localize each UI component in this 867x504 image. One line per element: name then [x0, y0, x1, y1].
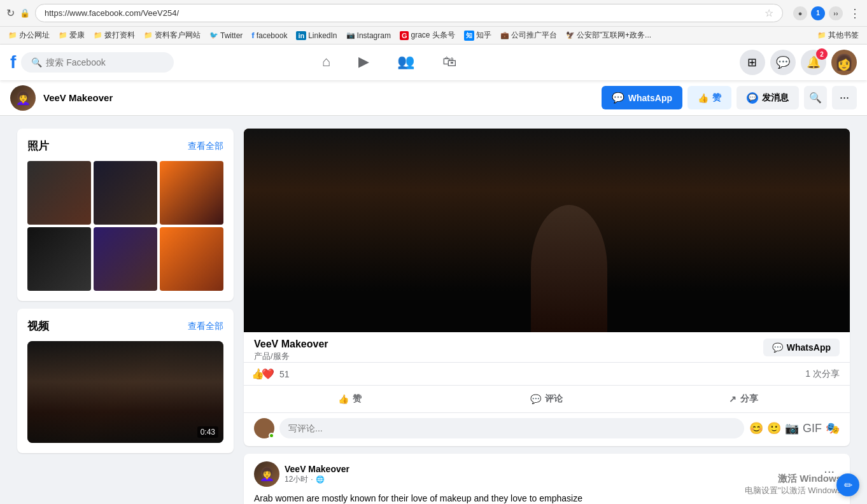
- folder-icon: 📁: [8, 31, 17, 39]
- comment-section: 😊 🙂 📷 GIF 🎭: [244, 412, 850, 446]
- videos-view-all-link[interactable]: 查看全部: [188, 321, 223, 332]
- folder-icon: 📁: [94, 31, 102, 39]
- user-avatar[interactable]: 👩: [831, 50, 857, 75]
- photo-thumb-3[interactable]: [160, 161, 223, 225]
- post-author-name[interactable]: VeeV Makeover: [285, 464, 349, 474]
- bookmark-linkedin[interactable]: in LinkedIn: [293, 30, 340, 41]
- zhihu-icon: 知: [464, 31, 474, 41]
- linkedin-icon: in: [296, 31, 306, 40]
- photo-thumb-1[interactable]: [27, 161, 91, 225]
- apps-button[interactable]: ⊞: [740, 50, 765, 75]
- search-input[interactable]: [46, 57, 164, 67]
- bookmark-grace[interactable]: G grace 头条号: [397, 29, 458, 42]
- bookmark-twitter[interactable]: 🐦 Twitter: [206, 30, 246, 41]
- main-layout: 照片 查看全部 视频 查看全部: [7, 116, 860, 504]
- page-avatar-img: 👩‍🦱: [15, 90, 31, 106]
- photo-thumb-5[interactable]: [94, 227, 157, 291]
- comment-action-button[interactable]: 💬 评论: [448, 388, 645, 410]
- search-bar[interactable]: 🔍: [21, 52, 174, 73]
- bookmark-police[interactable]: 🦅 公安部"互联网+政务...: [563, 29, 654, 42]
- browser-chrome: ↻ 🔒 https://www.facebook.com/VeeV254/ ☆ …: [0, 0, 867, 45]
- bookmark-zhihu[interactable]: 知 知乎: [461, 29, 495, 42]
- ext-icon-1[interactable]: ●: [793, 6, 807, 20]
- url-bar[interactable]: https://www.facebook.com/VeeV254/ ☆: [35, 4, 783, 22]
- search-page-button[interactable]: 🔍: [804, 86, 827, 109]
- nav-video[interactable]: ▶: [346, 45, 382, 80]
- gif-icon[interactable]: GIF: [803, 422, 822, 435]
- nav-home[interactable]: ⌂: [309, 45, 343, 80]
- post-author: 👩‍🦱 VeeV Makeover 12小时 · 🌐: [254, 461, 349, 487]
- reactions-left: 👍 ❤️ 51: [254, 368, 290, 380]
- video-icon: ▶: [358, 53, 369, 70]
- smiley-icon[interactable]: 🙂: [767, 421, 781, 435]
- page-name-label: VeeV Makeover: [43, 92, 113, 103]
- bookmark-love[interactable]: 📁 爱康: [55, 29, 88, 42]
- post-whatsapp-button[interactable]: 💬 WhatsApp: [763, 339, 840, 356]
- messenger-button[interactable]: 💬: [770, 50, 796, 75]
- whatsapp-icon: 💬: [612, 92, 624, 104]
- bookmark-other[interactable]: 📁 其他书签: [814, 29, 862, 42]
- facebook-logo: f: [10, 52, 16, 73]
- shares-count[interactable]: 1 次分享: [805, 368, 840, 380]
- post-text-line1: Arab women are mostly known for their lo…: [254, 493, 582, 503]
- emoji-icon[interactable]: 😊: [749, 421, 763, 435]
- video-overlay: [27, 341, 223, 443]
- bookmark-instagram[interactable]: 📷 Instagram: [343, 30, 394, 41]
- search-icon: 🔍: [809, 92, 822, 103]
- whatsapp-icon: 💬: [772, 342, 783, 353]
- bookmark-label: 拨打资料: [104, 30, 135, 41]
- ext-icon-3[interactable]: ››: [829, 6, 843, 20]
- browser-menu-icon[interactable]: ⋮: [849, 6, 861, 20]
- photo-thumb-6[interactable]: [160, 227, 223, 291]
- windows-subtitle: 电脑设置"以激活 Windows: [745, 485, 842, 496]
- sticker-icon[interactable]: 🎭: [826, 421, 840, 435]
- whatsapp-label: WhatsApp: [628, 93, 672, 103]
- share-action-button[interactable]: ↗ 分享: [645, 388, 842, 410]
- more-options-button[interactable]: ···: [832, 86, 857, 109]
- bookmark-officework[interactable]: 📁 办公网址: [5, 29, 53, 42]
- reactions-count[interactable]: 51: [279, 369, 290, 379]
- nav-marketplace[interactable]: 🛍: [430, 45, 469, 80]
- bookmark-clients[interactable]: 📁 资料客户网站: [141, 29, 204, 42]
- like-icon: 👍: [338, 394, 349, 404]
- like-page-button[interactable]: 👍 赞: [687, 86, 731, 109]
- bookmark-star-icon[interactable]: ☆: [765, 7, 773, 19]
- videos-card: 视频 查看全部 0:43: [17, 309, 234, 453]
- bookmark-material[interactable]: 📁 拨打资料: [90, 29, 138, 42]
- message-button[interactable]: 💬 发消息: [737, 86, 799, 109]
- video-thumbnail[interactable]: 0:43: [27, 341, 223, 443]
- online-indicator: [269, 433, 274, 438]
- company-icon: 💼: [500, 31, 509, 39]
- globe-icon: 🌐: [316, 475, 325, 484]
- photo-thumb-2[interactable]: [94, 161, 157, 225]
- write-compose-button[interactable]: ✏: [836, 473, 859, 496]
- bookmark-label: Instagram: [357, 31, 391, 40]
- photos-card-header: 照片 查看全部: [27, 139, 223, 153]
- bookmarks-bar: 📁 办公网址 📁 爱康 📁 拨打资料 📁 资料客户网站 🐦 Twitter f …: [0, 27, 867, 44]
- store-icon: 🛍: [442, 53, 456, 70]
- post-cover-image: [244, 129, 850, 332]
- bookmark-label: 知乎: [476, 30, 491, 41]
- ext-icon-2[interactable]: 1: [811, 6, 825, 20]
- post-author-info: VeeV Makeover 12小时 · 🌐: [285, 464, 349, 485]
- photo-thumb-4[interactable]: [27, 227, 91, 291]
- bookmark-label: 公司推广平台: [511, 30, 557, 41]
- ellipsis-icon: ···: [840, 91, 849, 104]
- police-icon: 🦅: [566, 31, 575, 39]
- instagram-icon: 📷: [346, 31, 355, 39]
- nav-friends[interactable]: 👥: [384, 45, 427, 80]
- page-avatar: 👩‍🦱: [10, 85, 36, 111]
- bookmark-company[interactable]: 💼 公司推广平台: [497, 29, 560, 42]
- photos-card: 照片 查看全部: [17, 129, 234, 301]
- whatsapp-button[interactable]: 💬 WhatsApp: [602, 86, 682, 109]
- notifications-button[interactable]: 🔔 2: [801, 50, 826, 75]
- bookmark-label: 公安部"互联网+政务...: [577, 30, 651, 41]
- reload-button[interactable]: ↻: [6, 7, 15, 19]
- like-action-button[interactable]: 👍 赞: [251, 388, 448, 410]
- photos-view-all-link[interactable]: 查看全部: [188, 141, 223, 152]
- camera-icon[interactable]: 📷: [785, 421, 799, 435]
- bookmark-facebook[interactable]: f facebook: [248, 29, 290, 41]
- post-author-avatar: 👩‍🦱: [254, 461, 279, 487]
- right-feed: VeeV Makeover 产品/服务 💬 WhatsApp 👍 ❤️ 51: [244, 129, 850, 504]
- comment-input-field[interactable]: [279, 418, 744, 438]
